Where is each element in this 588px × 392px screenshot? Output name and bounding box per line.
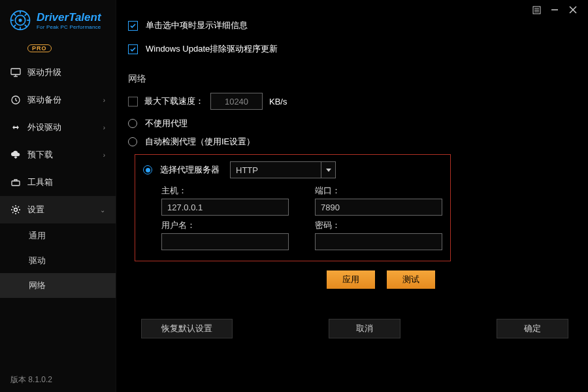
label-username: 用户名： [161,220,289,231]
sidebar-item-peripheral[interactable]: 外设驱动 › [0,114,116,141]
monitor-icon [10,67,21,78]
chevron-right-icon: › [103,124,105,131]
sidebar-item-predownload[interactable]: 预下载 › [0,141,116,169]
radio-label: 自动检测代理（使用IE设置） [145,136,255,148]
svg-line-14 [25,25,27,27]
label-max-speed: 最大下载速度： [144,95,204,107]
clock-icon [10,95,21,105]
label-speed-unit: KB/s [269,97,287,106]
nav-label: 驱动升级 [27,67,61,78]
pro-badge: PRO [27,44,52,52]
input-max-speed[interactable] [210,93,263,110]
chevron-down-icon[interactable] [321,161,336,178]
settings-icon [10,204,21,215]
radio-auto-proxy[interactable] [128,137,137,146]
checkbox-max-speed[interactable] [128,97,138,106]
minimize-icon[interactable] [550,5,559,14]
label-password: 密码： [315,220,442,231]
sidebar: DriverTalent For Peak PC Performance PRO… [0,0,116,392]
checkbox-label: Windows Update排除驱动程序更新 [146,43,278,55]
apply-button[interactable]: 应用 [327,270,375,289]
radio-select-proxy[interactable] [143,165,152,174]
label-port: 端口： [315,185,442,197]
sub-item-driver[interactable]: 驱动 [0,248,116,273]
usb-icon [10,122,21,133]
main-panel: 单击选中项时显示详细信息 Windows Update排除驱动程序更新 网络 最… [116,0,588,392]
checkbox-wu-exclude[interactable] [128,44,138,54]
label-host: 主机： [161,185,289,197]
svg-line-15 [25,14,27,16]
version-text: 版本 8.1.0.2 [0,368,116,392]
input-port[interactable] [315,199,442,216]
nav-label: 工具箱 [27,176,53,188]
test-button[interactable]: 测试 [387,270,435,289]
chevron-right-icon: › [103,152,105,159]
gear-logo-icon [9,9,31,31]
nav-label: 驱动备份 [27,94,61,106]
checkbox-label: 单击选中项时显示详细信息 [146,20,248,31]
svg-line-16 [14,25,16,27]
select-proxy-type[interactable]: HTTP [230,161,321,178]
nav: 驱动升级 驱动备份 › 外设驱动 › 预下载 › 工具箱 [0,59,116,298]
sub-item-general[interactable]: 通用 [0,223,116,248]
menu-icon[interactable] [532,5,541,14]
sidebar-item-toolbox[interactable]: 工具箱 [0,169,116,196]
sidebar-item-driver-upgrade[interactable]: 驱动升级 [0,59,116,86]
svg-line-13 [14,14,16,16]
cancel-button[interactable]: 取消 [329,319,400,338]
chevron-down-icon: ⌄ [100,206,105,214]
proxy-config-box: 选择代理服务器 HTTP 主机： 端口： [135,154,451,261]
restore-defaults-button[interactable]: 恢复默认设置 [141,319,233,338]
sidebar-item-settings[interactable]: 设置 ⌄ [0,196,116,223]
input-username[interactable] [161,233,289,250]
brand-logo: DriverTalent For Peak PC Performance [0,0,116,43]
toolbox-icon [10,177,21,188]
section-title-network: 网络 [128,73,588,85]
radio-no-proxy[interactable] [128,119,137,128]
checkbox-show-detail[interactable] [128,21,138,31]
svg-point-23 [14,208,18,212]
nav-label: 外设驱动 [27,122,61,133]
settings-subnav: 通用 驱动 网络 [0,223,116,298]
radio-label: 选择代理服务器 [160,164,220,176]
sidebar-item-driver-backup[interactable]: 驱动备份 › [0,86,116,114]
nav-label: 预下载 [27,149,53,161]
nav-label: 设置 [27,204,44,216]
titlebar [521,0,588,20]
brand-title: DriverTalent [37,11,101,24]
input-host[interactable] [161,199,289,216]
ok-button[interactable]: 确定 [497,319,568,338]
cloud-download-icon [10,150,21,160]
svg-point-17 [18,18,22,22]
sub-item-network[interactable]: 网络 [0,273,116,298]
svg-rect-18 [11,69,20,74]
svg-rect-22 [12,181,20,186]
input-password[interactable] [315,233,442,250]
brand-subtitle: For Peak PC Performance [37,24,101,30]
close-icon[interactable] [568,5,578,14]
chevron-right-icon: › [103,97,105,104]
radio-label: 不使用代理 [145,118,188,129]
